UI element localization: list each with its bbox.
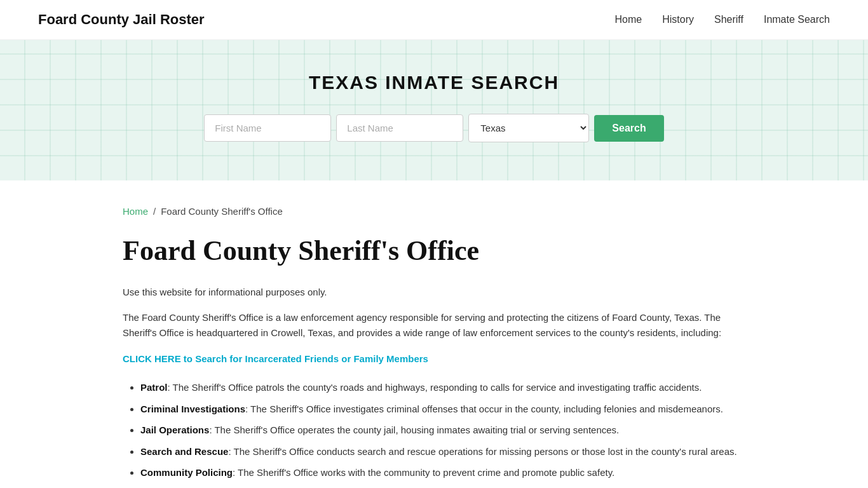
list-item: Community Policing: The Sheriff's Office… <box>140 464 745 481</box>
search-button[interactable]: Search <box>594 115 663 142</box>
list-item: Search and Rescue: The Sheriff's Office … <box>140 444 745 460</box>
first-name-input[interactable] <box>204 114 331 142</box>
cta-link[interactable]: CLICK HERE to Search for Incarcerated Fr… <box>123 353 428 364</box>
description-text: The Foard County Sheriff's Office is a l… <box>123 310 745 341</box>
list-item: Jail Operations: The Sheriff's Office op… <box>140 422 745 438</box>
breadcrumb-home[interactable]: Home <box>123 206 148 217</box>
main-content: Home / Foard County Sheriff's Office Foa… <box>85 180 783 488</box>
breadcrumb: Home / Foard County Sheriff's Office <box>123 206 745 217</box>
last-name-input[interactable] <box>336 114 463 142</box>
breadcrumb-separator: / <box>153 206 156 217</box>
nav-sheriff[interactable]: Sheriff <box>714 14 743 25</box>
hero-section: TEXAS INMATE SEARCH TexasAlabamaAlaskaAr… <box>0 40 868 180</box>
search-form: TexasAlabamaAlaskaArizonaArkansasCalifor… <box>13 114 855 142</box>
nav-home[interactable]: Home <box>615 14 642 25</box>
nav-history[interactable]: History <box>662 14 694 25</box>
site-logo[interactable]: Foard County Jail Roster <box>38 11 205 28</box>
page-title: Foard County Sheriff's Office <box>123 234 745 267</box>
breadcrumb-current: Foard County Sheriff's Office <box>161 206 283 217</box>
main-nav: Home History Sheriff Inmate Search <box>615 14 830 25</box>
list-item: Criminal Investigations: The Sheriff's O… <box>140 401 745 417</box>
services-list: Patrol: The Sheriff's Office patrols the… <box>123 379 745 481</box>
nav-inmate-search[interactable]: Inmate Search <box>764 14 830 25</box>
list-item: Patrol: The Sheriff's Office patrols the… <box>140 379 745 396</box>
state-select[interactable]: TexasAlabamaAlaskaArizonaArkansasCalifor… <box>468 114 589 142</box>
site-header: Foard County Jail Roster Home History Sh… <box>0 0 868 40</box>
hero-title: TEXAS INMATE SEARCH <box>13 72 855 93</box>
intro-text: Use this website for informational purpo… <box>123 285 745 300</box>
